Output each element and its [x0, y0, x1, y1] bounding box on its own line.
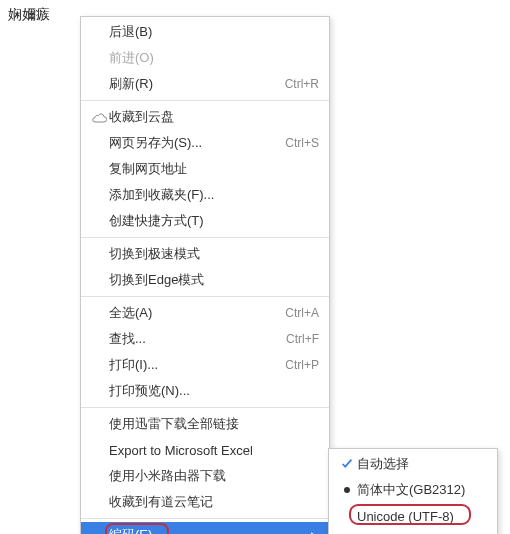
- menu-item-select-all[interactable]: 全选(A)Ctrl+A: [81, 300, 329, 326]
- menu-item-xiaomi[interactable]: 使用小米路由器下载: [81, 463, 329, 489]
- menu-shortcut: Ctrl+S: [285, 136, 319, 150]
- menu-shortcut: Ctrl+F: [286, 332, 319, 346]
- menu-item-label: 切换到极速模式: [109, 245, 319, 263]
- menu-item-label: Export to Microsoft Excel: [109, 443, 319, 458]
- menu-item-xunlei[interactable]: 使用迅雷下载全部链接: [81, 411, 329, 437]
- menu-item-forward: 前进(O): [81, 45, 329, 71]
- menu-item-edge-mode[interactable]: 切换到Edge模式: [81, 267, 329, 293]
- menu-item-label: 复制网页地址: [109, 160, 319, 178]
- menu-item-save-cloud[interactable]: 收藏到云盘: [81, 104, 329, 130]
- menu-item-print-preview[interactable]: 打印预览(N)...: [81, 378, 329, 404]
- menu-shortcut: Ctrl+R: [285, 77, 319, 91]
- menu-item-label: 刷新(R): [109, 75, 275, 93]
- menu-item-label: 打印(I)...: [109, 356, 275, 374]
- menu-item-label: 查找...: [109, 330, 276, 348]
- menu-item-export-excel[interactable]: Export to Microsoft Excel: [81, 437, 329, 463]
- menu-item-label: 编码(E): [109, 526, 305, 534]
- context-menu: 后退(B)前进(O)刷新(R)Ctrl+R收藏到云盘网页另存为(S)...Ctr…: [80, 16, 330, 534]
- submenu-item-auto[interactable]: 自动选择: [329, 451, 497, 477]
- submenu-item-label: Unicode (UTF-8): [357, 509, 487, 524]
- submenu-item-utf8[interactable]: Unicode (UTF-8): [329, 503, 497, 529]
- menu-item-label: 网页另存为(S)...: [109, 134, 275, 152]
- bullet-icon: [337, 487, 357, 493]
- menu-shortcut: Ctrl+P: [285, 358, 319, 372]
- menu-item-label: 使用迅雷下载全部链接: [109, 415, 319, 433]
- menu-item-speed-mode[interactable]: 切换到极速模式: [81, 241, 329, 267]
- menu-item-label: 创建快捷方式(T): [109, 212, 319, 230]
- menu-item-label: 添加到收藏夹(F)...: [109, 186, 319, 204]
- menu-item-label: 使用小米路由器下载: [109, 467, 319, 485]
- cloud-icon: [89, 112, 109, 123]
- menu-shortcut: Ctrl+A: [285, 306, 319, 320]
- menu-item-label: 收藏到有道云笔记: [109, 493, 319, 511]
- menu-separator: [81, 237, 329, 238]
- menu-item-label: 切换到Edge模式: [109, 271, 319, 289]
- submenu-item-label: 自动选择: [357, 455, 487, 473]
- check-icon: [337, 457, 357, 471]
- menu-item-label: 前进(O): [109, 49, 319, 67]
- menu-separator: [81, 100, 329, 101]
- menu-item-label: 后退(B): [109, 23, 319, 41]
- menu-item-back[interactable]: 后退(B): [81, 19, 329, 45]
- menu-item-refresh[interactable]: 刷新(R)Ctrl+R: [81, 71, 329, 97]
- garbled-text: 娴嬭瘯: [8, 6, 50, 24]
- menu-item-encoding[interactable]: 编码(E)▶: [81, 522, 329, 534]
- menu-item-copy-url[interactable]: 复制网页地址: [81, 156, 329, 182]
- menu-item-find[interactable]: 查找...Ctrl+F: [81, 326, 329, 352]
- menu-item-shortcut[interactable]: 创建快捷方式(T): [81, 208, 329, 234]
- menu-item-label: 打印预览(N)...: [109, 382, 319, 400]
- menu-item-label: 全选(A): [109, 304, 275, 322]
- menu-separator: [81, 518, 329, 519]
- submenu-item-label: 简体中文(GB2312): [357, 481, 487, 499]
- submenu-item-other[interactable]: 其他(M)▶: [329, 529, 497, 534]
- encoding-submenu: 自动选择简体中文(GB2312)Unicode (UTF-8)其他(M)▶: [328, 448, 498, 534]
- menu-item-label: 收藏到云盘: [109, 108, 319, 126]
- submenu-arrow-icon: ▶: [311, 530, 319, 535]
- submenu-item-gb2312[interactable]: 简体中文(GB2312): [329, 477, 497, 503]
- menu-separator: [81, 296, 329, 297]
- menu-item-add-fav[interactable]: 添加到收藏夹(F)...: [81, 182, 329, 208]
- menu-separator: [81, 407, 329, 408]
- menu-item-save-as[interactable]: 网页另存为(S)...Ctrl+S: [81, 130, 329, 156]
- menu-item-youdao[interactable]: 收藏到有道云笔记: [81, 489, 329, 515]
- menu-item-print[interactable]: 打印(I)...Ctrl+P: [81, 352, 329, 378]
